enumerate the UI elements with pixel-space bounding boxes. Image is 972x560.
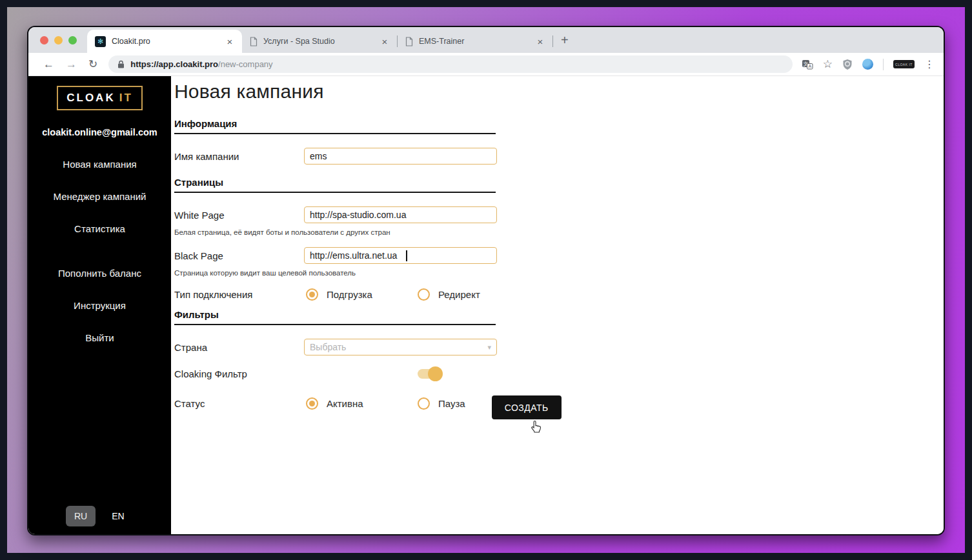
- country-row: Страна Выбрать ▾: [174, 339, 497, 355]
- status-option-pause[interactable]: Пауза: [418, 397, 465, 410]
- option-label: Пауза: [438, 398, 465, 409]
- tab-cloakit[interactable]: ✻ Cloakit.pro ×: [87, 30, 242, 53]
- lock-icon: [117, 60, 125, 68]
- connection-type-label: Тип подключения: [174, 289, 304, 300]
- tab-ems-trainer[interactable]: EMS-Trainer ×: [398, 30, 552, 53]
- mouse-cursor-icon: [528, 420, 542, 434]
- toolbar-separator: [883, 59, 884, 70]
- globe-extension-icon[interactable]: [862, 59, 873, 70]
- main-panel: Новая кампания Информация Имя кампании С…: [171, 76, 944, 534]
- browser-toolbar: ← → ↻ https://app.cloakit.pro/new-compan…: [28, 53, 944, 76]
- sidebar-item-logout[interactable]: Выйти: [28, 332, 171, 343]
- connection-type-row: Тип подключения Подгрузка Редирект: [174, 288, 497, 301]
- svg-text:A: A: [808, 64, 811, 68]
- black-page-row: Black Page: [174, 247, 497, 264]
- create-button[interactable]: СОЗДАТЬ: [492, 395, 562, 419]
- toggle-knob: [428, 366, 443, 381]
- new-tab-button[interactable]: +: [553, 33, 578, 53]
- sidebar-item-statistics[interactable]: Статистика: [28, 223, 171, 234]
- cloaking-toggle[interactable]: [418, 369, 440, 379]
- tab-title: Услуги - Spa Studio: [263, 37, 379, 46]
- option-label: Активна: [327, 398, 363, 409]
- section-filters: Фильтры: [174, 309, 496, 325]
- sidebar-item-top-up-balance[interactable]: Пополнить баланс: [28, 268, 171, 279]
- white-page-label: White Page: [174, 210, 304, 221]
- lang-ru-button[interactable]: RU: [66, 506, 96, 526]
- cloakit-logo: CLOAKIT: [57, 86, 143, 110]
- cloaking-filter-label: Cloaking Фильтр: [174, 368, 304, 379]
- black-page-hint: Страница которую видит ваш целевой польз…: [174, 269, 497, 277]
- country-placeholder: Выбрать: [310, 342, 346, 352]
- lang-en-button[interactable]: EN: [112, 511, 124, 521]
- black-page-label: Black Page: [174, 250, 304, 261]
- page-icon: [405, 37, 413, 46]
- white-page-input[interactable]: [304, 206, 497, 223]
- shield-extension-icon[interactable]: [842, 59, 853, 70]
- option-label: Редирект: [438, 289, 480, 300]
- section-pages: Страницы: [174, 177, 496, 193]
- cloakit-extension-icon[interactable]: CLOAK IT: [893, 60, 915, 68]
- page-icon: [250, 37, 258, 46]
- sidebar-item-campaign-manager[interactable]: Менеджер кампаний: [28, 191, 171, 202]
- white-page-hint: Белая страница, её видят боты и пользова…: [174, 228, 497, 236]
- sidebar: CLOAKIT cloakit.online@gmail.com Новая к…: [28, 76, 171, 534]
- sidebar-item-instruction[interactable]: Инструкция: [28, 300, 171, 311]
- browser-menu-dots-icon[interactable]: ⋮: [924, 58, 935, 70]
- option-label: Подгрузка: [327, 289, 372, 300]
- radio-unselected-icon[interactable]: [418, 397, 430, 410]
- radio-selected-icon[interactable]: [306, 397, 318, 410]
- minimize-window-button[interactable]: [54, 36, 63, 45]
- browser-window: ✻ Cloakit.pro × Услуги - Spa Studio ×: [27, 26, 945, 535]
- reload-icon[interactable]: ↻: [83, 57, 103, 71]
- cloaking-filter-row: Cloaking Фильтр: [174, 368, 497, 379]
- country-select[interactable]: Выбрать ▾: [304, 339, 497, 355]
- page-title: Новая кампания: [174, 81, 944, 103]
- tab-close-icon[interactable]: ×: [534, 36, 546, 47]
- new-campaign-form: Информация Имя кампании Страницы White P…: [174, 118, 497, 415]
- country-label: Страна: [174, 342, 304, 353]
- desktop-background: ✻ Cloakit.pro × Услуги - Spa Studio ×: [7, 7, 965, 553]
- close-window-button[interactable]: [40, 36, 48, 45]
- bookmark-star-icon[interactable]: ☆: [823, 57, 833, 71]
- radio-unselected-icon[interactable]: [418, 288, 430, 301]
- section-information: Информация: [174, 118, 496, 134]
- status-row: Статус Активна Пауза СОЗДАТЬ: [174, 392, 569, 415]
- account-email: cloakit.online@gmail.com: [42, 127, 157, 137]
- tab-close-icon[interactable]: ×: [379, 36, 390, 47]
- url-host: https://app.cloakit.pro: [130, 59, 218, 69]
- forward-icon[interactable]: →: [60, 58, 83, 71]
- sidebar-item-new-campaign[interactable]: Новая кампания: [28, 159, 171, 170]
- tab-spa-studio[interactable]: Услуги - Spa Studio ×: [242, 30, 397, 53]
- logo-text-it: IT: [119, 92, 133, 104]
- zoom-window-button[interactable]: [68, 36, 77, 45]
- cloakit-favicon-icon: ✻: [95, 36, 106, 47]
- status-label: Статус: [174, 398, 304, 409]
- tab-title: EMS-Trainer: [419, 37, 534, 46]
- text-caret: [406, 250, 407, 261]
- url-path: /new-company: [218, 59, 273, 69]
- campaign-name-label: Имя кампании: [174, 151, 304, 162]
- connection-option-podgruzka[interactable]: Подгрузка: [306, 288, 418, 301]
- chevron-down-icon: ▾: [487, 343, 491, 352]
- connection-option-redirect[interactable]: Редирект: [418, 288, 480, 301]
- window-controls: [28, 36, 87, 53]
- campaign-name-input[interactable]: [304, 148, 497, 165]
- black-page-input[interactable]: [304, 247, 497, 264]
- address-bar[interactable]: https://app.cloakit.pro/new-company: [108, 55, 793, 73]
- back-icon[interactable]: ←: [37, 58, 60, 71]
- toolbar-icons: 文 A ☆ CLOAK IT ⋮: [802, 57, 937, 71]
- logo-text-cloak: CLOAK: [66, 92, 115, 104]
- white-page-row: White Page: [174, 206, 497, 223]
- language-switcher: RU EN: [66, 506, 125, 526]
- campaign-name-row: Имя кампании: [174, 148, 497, 165]
- tab-close-icon[interactable]: ×: [224, 36, 236, 47]
- page-content: CLOAKIT cloakit.online@gmail.com Новая к…: [28, 76, 944, 534]
- translate-icon[interactable]: 文 A: [802, 59, 813, 70]
- tab-strip: ✻ Cloakit.pro × Услуги - Spa Studio ×: [28, 27, 944, 53]
- tab-title: Cloakit.pro: [112, 37, 224, 46]
- radio-selected-icon[interactable]: [306, 288, 318, 301]
- sidebar-menu: Новая кампания Менеджер кампаний Статист…: [28, 159, 171, 365]
- status-option-active[interactable]: Активна: [306, 397, 418, 410]
